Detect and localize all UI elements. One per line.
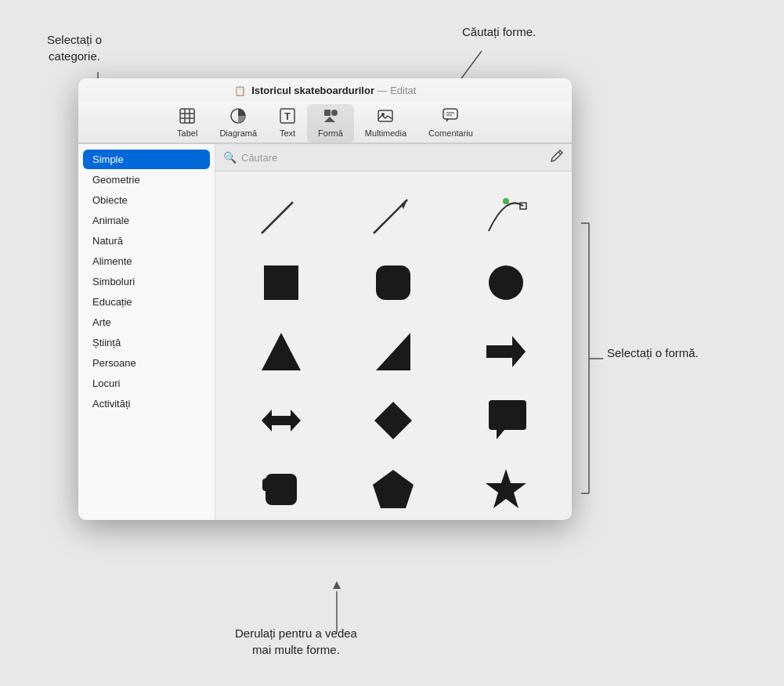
main-window: 📋 Istoricul skateboardurilor — Editat Ta… bbox=[78, 78, 572, 520]
svg-marker-37 bbox=[486, 336, 526, 367]
shape-panel: Simple Geometrie Obiecte Animale Natură … bbox=[78, 144, 572, 520]
shape-pentagon[interactable] bbox=[341, 458, 447, 520]
svg-marker-42 bbox=[373, 470, 414, 508]
toolbar: Tabel Diagramă T bbox=[78, 101, 572, 143]
toolbar-forma-label: Formă bbox=[318, 128, 343, 138]
shape-arrow-double[interactable] bbox=[228, 389, 334, 452]
category-sidebar: Simple Geometrie Obiecte Animale Natură … bbox=[78, 144, 215, 520]
sidebar-item-alimente[interactable]: Alimente bbox=[83, 251, 210, 271]
annotation-scroll: Derulați pentru a vedeamai multe forme. bbox=[235, 625, 357, 658]
shape-rounded-square-tab[interactable] bbox=[228, 458, 334, 520]
svg-rect-40 bbox=[266, 474, 297, 505]
sidebar-item-stiinta[interactable]: Știință bbox=[83, 333, 210, 352]
tabel-icon bbox=[179, 107, 196, 127]
sidebar-item-simple[interactable]: Simple bbox=[83, 150, 210, 169]
shape-star[interactable] bbox=[453, 458, 559, 520]
sidebar-item-obiecte[interactable]: Obiecte bbox=[83, 190, 210, 210]
right-panel: 🔍 bbox=[215, 144, 572, 520]
toolbar-tabel[interactable]: Tabel bbox=[166, 104, 208, 143]
svg-marker-38 bbox=[262, 410, 301, 431]
svg-marker-9 bbox=[333, 581, 341, 589]
annotation-select-shape: Selectați o formă. bbox=[607, 345, 699, 361]
svg-point-34 bbox=[489, 265, 523, 300]
annotation-search: Căutați forme. bbox=[462, 23, 536, 40]
search-input[interactable] bbox=[241, 152, 545, 164]
toolbar-comentariu-label: Comentariu bbox=[428, 128, 473, 138]
svg-marker-20 bbox=[324, 117, 335, 122]
shape-circle[interactable] bbox=[453, 251, 559, 314]
svg-line-27 bbox=[262, 202, 293, 233]
sidebar-item-activitati[interactable]: Activități bbox=[83, 394, 210, 413]
toolbar-comentariu[interactable]: Comentariu bbox=[417, 104, 484, 143]
text-icon: T bbox=[279, 107, 296, 127]
svg-rect-10 bbox=[180, 109, 194, 123]
shape-right-triangle[interactable] bbox=[341, 320, 447, 383]
sidebar-item-simboluri[interactable]: Simboluri bbox=[83, 272, 210, 291]
sidebar-item-educatie[interactable]: Educație bbox=[83, 292, 210, 312]
shape-line-arrow[interactable] bbox=[341, 182, 447, 245]
search-icon: 🔍 bbox=[223, 151, 237, 164]
svg-marker-39 bbox=[374, 402, 412, 439]
svg-marker-43 bbox=[486, 469, 526, 508]
sidebar-item-natura[interactable]: Natură bbox=[83, 231, 210, 251]
shape-arrow-right[interactable] bbox=[453, 320, 559, 383]
svg-rect-21 bbox=[378, 110, 392, 121]
comentariu-icon bbox=[442, 107, 459, 127]
shape-bezier-curve[interactable] bbox=[453, 182, 559, 245]
svg-marker-29 bbox=[401, 200, 407, 209]
svg-marker-35 bbox=[262, 333, 301, 370]
sidebar-item-persoane[interactable]: Persoane bbox=[83, 353, 210, 373]
shape-line-diagonal[interactable] bbox=[228, 182, 334, 245]
pen-icon[interactable] bbox=[550, 149, 564, 166]
toolbar-diagrama-label: Diagramă bbox=[219, 128, 257, 138]
sidebar-item-animale[interactable]: Animale bbox=[83, 211, 210, 230]
toolbar-multimedia[interactable]: Multimedia bbox=[354, 104, 417, 143]
sidebar-item-locuri[interactable]: Locuri bbox=[83, 374, 210, 393]
svg-point-30 bbox=[503, 198, 509, 204]
multimedia-icon bbox=[377, 107, 394, 127]
annotation-category: Selectați ocategorie. bbox=[47, 31, 102, 64]
shapes-grid bbox=[215, 172, 572, 520]
sidebar-item-arte[interactable]: Arte bbox=[83, 312, 210, 332]
svg-line-26 bbox=[558, 152, 561, 154]
toolbar-tabel-label: Tabel bbox=[177, 128, 197, 138]
svg-rect-18 bbox=[324, 110, 331, 116]
window-title: 📋 Istoricul skateboardurilor — Editat bbox=[78, 85, 572, 96]
toolbar-diagrama[interactable]: Diagramă bbox=[208, 104, 268, 143]
svg-marker-36 bbox=[376, 333, 410, 370]
toolbar-text[interactable]: T Text bbox=[268, 104, 307, 143]
shape-triangle[interactable] bbox=[228, 320, 334, 383]
toolbar-multimedia-label: Multimedia bbox=[365, 128, 406, 138]
svg-rect-41 bbox=[262, 478, 270, 491]
shape-diamond[interactable] bbox=[341, 389, 447, 452]
svg-point-19 bbox=[331, 110, 338, 116]
shape-speech-bubble[interactable] bbox=[453, 389, 559, 452]
shape-rounded-square[interactable] bbox=[341, 251, 447, 314]
svg-rect-33 bbox=[376, 265, 410, 300]
titlebar: 📋 Istoricul skateboardurilor — Editat Ta… bbox=[78, 78, 572, 144]
diagrama-icon bbox=[229, 107, 247, 127]
svg-rect-23 bbox=[443, 109, 457, 119]
shape-square[interactable] bbox=[228, 251, 334, 314]
forma-icon bbox=[322, 107, 339, 127]
search-bar: 🔍 bbox=[215, 144, 572, 172]
svg-rect-32 bbox=[264, 265, 298, 300]
sidebar-item-geometrie[interactable]: Geometrie bbox=[83, 170, 210, 190]
toolbar-text-label: Text bbox=[280, 128, 295, 138]
svg-text:T: T bbox=[284, 110, 291, 122]
toolbar-forma[interactable]: Formă bbox=[307, 104, 354, 143]
